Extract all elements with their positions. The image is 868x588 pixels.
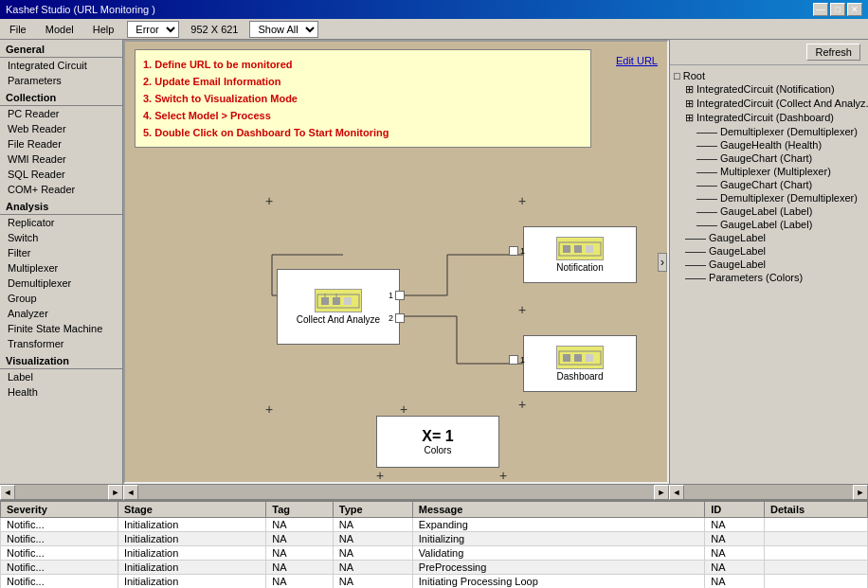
tree-item[interactable]: ⊞ IntegratedCircuit (Dashboard): [674, 111, 864, 125]
refresh-button[interactable]: Refresh: [806, 44, 860, 61]
tree-item[interactable]: —— GaugeLabel (Label): [674, 205, 864, 218]
log-cell: NA: [266, 575, 333, 589]
plus-canvas-5[interactable]: +: [518, 302, 526, 317]
sidebar-item-switch[interactable]: Switch: [0, 230, 122, 245]
tree-item[interactable]: —— GaugeLabel: [674, 258, 864, 271]
sidebar-item-file-reader[interactable]: File Reader: [0, 136, 122, 151]
tree-item[interactable]: —— GaugeChart (Chart): [674, 178, 864, 191]
log-cell: Notific...: [1, 561, 118, 575]
tree-item[interactable]: —— GaugeLabel (Label): [674, 218, 864, 231]
plus-canvas-7[interactable]: +: [376, 468, 384, 483]
node-collect[interactable]: Collect And Analyze 1 2: [277, 269, 400, 345]
plus-canvas-1[interactable]: +: [265, 401, 273, 417]
tree-item[interactable]: —— GaugeLabel: [674, 244, 864, 258]
log-cell: Initializing: [412, 532, 704, 546]
hscroll-left-btn[interactable]: ◄: [0, 485, 15, 500]
log-cell: NA: [333, 561, 412, 575]
sidebar-item-web-reader[interactable]: Web Reader: [0, 121, 122, 136]
dashboard-icon: [556, 346, 604, 369]
log-cell: Notific...: [1, 532, 118, 546]
section-general: General: [0, 40, 122, 58]
minimize-button[interactable]: —: [813, 3, 828, 16]
log-cell: NA: [266, 561, 333, 575]
log-cell: [765, 518, 868, 532]
log-cell: [765, 532, 868, 546]
plus-canvas-8[interactable]: +: [499, 468, 507, 483]
node-notification[interactable]: 1 Notification: [523, 226, 637, 283]
error-dropdown[interactable]: Error: [127, 21, 179, 38]
canvas-area[interactable]: 1. Define URL to be monitored 2. Update …: [123, 40, 669, 484]
sidebar-item-group[interactable]: Group: [0, 291, 122, 306]
sidebar-item-label[interactable]: Label: [0, 369, 122, 384]
tree-item[interactable]: —— Multiplexer (Multiplexer): [674, 165, 864, 178]
sidebar-item-wmi-reader[interactable]: WMI Reader: [0, 151, 122, 167]
tree-item[interactable]: —— Parameters (Colors): [674, 271, 864, 284]
log-cell: Initialization: [118, 575, 265, 589]
close-button[interactable]: ✕: [847, 3, 862, 16]
tree-item[interactable]: —— Demultiplexer (Demultiplexer): [674, 191, 864, 205]
sidebar-item-pc-reader[interactable]: PC Reader: [0, 106, 122, 121]
sidebar-item-transformer[interactable]: Transformer: [0, 336, 122, 351]
sidebar-item-multiplexer[interactable]: Multiplexer: [0, 260, 122, 276]
sidebar-item-integrated-circuit[interactable]: Integrated Circuit: [0, 58, 122, 73]
sidebar-item-sql-reader[interactable]: SQL Reader: [0, 167, 122, 182]
node-dashboard[interactable]: 1 Dashboard: [523, 335, 637, 392]
tree-item[interactable]: ⊞ IntegratedCircuit (Collect And Analyz.…: [674, 97, 864, 111]
plus-canvas-6[interactable]: +: [518, 397, 526, 412]
canvas-hscroll-left[interactable]: ◄: [123, 485, 138, 500]
plus-canvas-3[interactable]: +: [400, 401, 407, 417]
log-row[interactable]: Notific...InitializationNANAPreProcessin…: [1, 561, 868, 575]
log-row[interactable]: Notific...InitializationNANAExpandingNA: [1, 518, 868, 532]
node-colors[interactable]: X= 1 Colors: [376, 416, 499, 468]
sidebar-item-com-reader[interactable]: COM+ Reader: [0, 182, 122, 197]
collect-icon: [315, 289, 362, 312]
sidebar-item-replicator[interactable]: Replicator: [0, 215, 122, 230]
right-hscroll-left[interactable]: ◄: [669, 485, 684, 500]
sidebar-item-analyzer[interactable]: Analyzer: [0, 306, 122, 321]
tree-item[interactable]: —— GaugeChart (Chart): [674, 151, 864, 165]
sidebar-item-health[interactable]: Health: [0, 384, 122, 400]
log-area: Severity Stage Tag Type Message ID Detai…: [0, 499, 868, 588]
plus-canvas-4[interactable]: +: [518, 193, 526, 208]
node-dashboard-label: Dashboard: [557, 371, 604, 382]
canvas-hscroll-right[interactable]: ►: [654, 485, 669, 500]
node-notification-label: Notification: [556, 262, 603, 273]
tree-item[interactable]: ⊞ IntegratedCircuit (Notification): [674, 82, 864, 97]
svg-rect-18: [586, 245, 593, 253]
plus-canvas-2[interactable]: +: [265, 193, 273, 208]
tree-area[interactable]: □ Root⊞ IntegratedCircuit (Notification)…: [670, 65, 868, 484]
log-cell: Initialization: [118, 561, 265, 575]
instruction-3: 3. Switch to Visualization Mode: [143, 90, 583, 107]
tree-item[interactable]: —— Demultiplexer (Demultiplexer): [674, 125, 864, 138]
sidebar-item-parameters[interactable]: Parameters: [0, 73, 122, 88]
tree-item[interactable]: —— GaugeHealth (Health): [674, 138, 864, 151]
log-cell: NA: [333, 546, 412, 561]
right-hscroll-right[interactable]: ►: [853, 485, 868, 500]
hscroll-right-btn[interactable]: ►: [108, 485, 123, 500]
maximize-button[interactable]: □: [830, 3, 845, 16]
right-hscroll-track[interactable]: [684, 485, 853, 499]
log-cell: NA: [266, 532, 333, 546]
log-cell: NA: [705, 561, 765, 575]
sidebar-item-demultiplexer[interactable]: Demultiplexer: [0, 276, 122, 291]
sidebar-item-filter[interactable]: Filter: [0, 245, 122, 260]
hscroll-track-sidebar[interactable]: [15, 485, 108, 499]
tree-item[interactable]: □ Root: [674, 69, 864, 82]
tree-item[interactable]: —— GaugeLabel: [674, 231, 864, 244]
canvas-scroll-right[interactable]: ›: [658, 253, 667, 272]
node-collect-label: Collect And Analyze: [297, 314, 380, 325]
log-row[interactable]: Notific...InitializationNANAValidatingNA: [1, 546, 868, 561]
log-cell: NA: [333, 575, 412, 589]
edit-url-link[interactable]: Edit URL: [616, 55, 658, 66]
menu-file[interactable]: File: [4, 22, 32, 37]
log-row[interactable]: Notific...InitializationNANAInitializing…: [1, 532, 868, 546]
log-cell: Expanding: [412, 518, 704, 532]
log-row[interactable]: Notific...InitializationNANAInitiating P…: [1, 575, 868, 589]
menu-model[interactable]: Model: [40, 22, 80, 37]
menu-help[interactable]: Help: [87, 22, 120, 37]
sidebar-item-finite-state[interactable]: Finite State Machine: [0, 321, 122, 336]
show-all-dropdown[interactable]: Show All: [249, 21, 318, 38]
svg-rect-17: [574, 245, 582, 253]
svg-rect-20: [563, 354, 570, 362]
canvas-hscroll-track[interactable]: [138, 485, 654, 499]
